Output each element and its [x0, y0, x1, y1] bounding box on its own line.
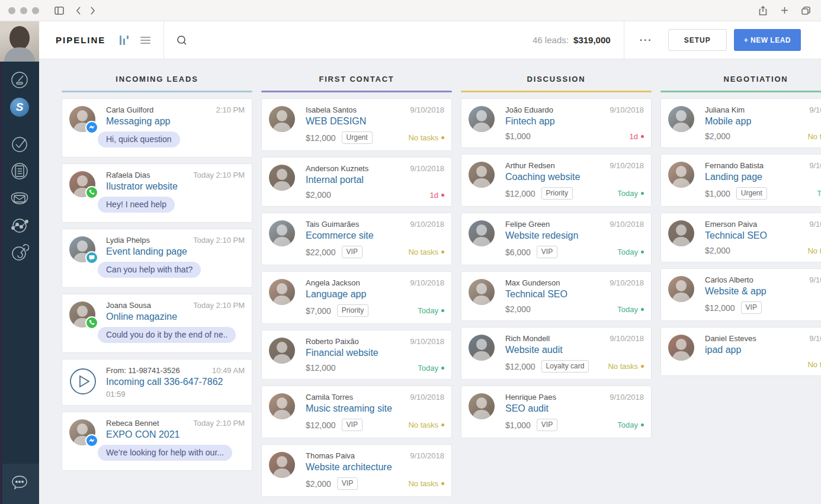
task-status-dot [441, 136, 444, 139]
lead-title[interactable]: Website redesign [505, 230, 644, 241]
lead-card[interactable]: Juliana Kim 9/10/2018 Mobile app $2,000 … [660, 98, 821, 148]
lead-title[interactable]: Website & app [705, 286, 821, 297]
new-lead-button[interactable]: + NEW LEAD [734, 29, 801, 51]
lead-title[interactable]: Technical SEO [505, 289, 644, 300]
lead-tag: Priority [541, 187, 573, 200]
user-avatar[interactable] [0, 21, 39, 62]
list-view-icon[interactable] [140, 37, 150, 44]
lead-title[interactable]: Ilustrator website [106, 181, 245, 192]
lead-title[interactable]: Internal portal [306, 175, 444, 185]
lists-icon[interactable] [0, 158, 39, 185]
lead-title[interactable]: Coaching website [505, 172, 644, 182]
leads-total: $319,000 [573, 35, 611, 45]
lead-title[interactable]: Landing page [705, 172, 821, 182]
search-icon[interactable] [176, 34, 188, 46]
lead-date: 9/10/2018 [410, 337, 444, 346]
incoming-lead-card[interactable]: Joana Sousa Today 2:10 PM Online magazin… [62, 294, 252, 353]
task-status-label: Today [617, 420, 638, 429]
lead-card[interactable]: Tais Guimarães 9/10/2018 Ecommerce site … [261, 213, 452, 265]
lead-title[interactable]: Mobile app [705, 116, 821, 127]
lead-card[interactable]: Camila Torres 9/10/2018 Music streaming … [261, 386, 452, 438]
setup-button[interactable]: SETUP [668, 29, 727, 51]
kanban-view-icon[interactable] [120, 36, 129, 45]
call-duration: 01:59 [106, 390, 245, 399]
lead-contact-name: Juliana Kim [705, 105, 745, 114]
lead-title[interactable]: WEB DESIGN [306, 116, 444, 127]
zoom-window-icon[interactable] [32, 7, 39, 14]
avatar [269, 106, 295, 132]
lead-title[interactable]: Language app [306, 289, 444, 300]
column-cards: Juliana Kim 9/10/2018 Mobile app $2,000 … [660, 98, 821, 376]
task-status-label: 1d [430, 191, 438, 200]
lead-card[interactable]: Rich Mondell 9/10/2018 Website audit $12… [461, 327, 652, 380]
lead-card[interactable]: Fernando Batista 9/10/2018 Landing page … [660, 154, 821, 207]
task-status: No tasks [408, 248, 444, 256]
back-icon[interactable] [71, 4, 85, 18]
task-status-label: No tasks [608, 362, 638, 371]
lead-date: 9/10/2018 [610, 161, 644, 170]
lead-card[interactable]: Angela Jackson 9/10/2018 Language app $7… [261, 271, 452, 324]
chat-icon[interactable] [9, 474, 30, 494]
lead-card[interactable]: Emerson Paiva 9/10/2018 Technical SEO $2… [660, 213, 821, 262]
lead-title[interactable]: Financial website [306, 348, 444, 358]
pipeline-icon[interactable]: S [0, 94, 39, 121]
minimize-window-icon[interactable] [20, 7, 27, 14]
lead-card[interactable]: Isabela Santos 9/10/2018 WEB DESIGN $12,… [261, 98, 452, 151]
tabs-icon[interactable] [798, 4, 813, 18]
settings-icon[interactable] [0, 239, 39, 267]
lead-card[interactable]: Carlos Alberto 9/10/2018 Website & app $… [660, 268, 821, 321]
lead-card[interactable]: João Eduardo 9/10/2018 Fintech app $1,00… [461, 98, 652, 148]
lead-card[interactable]: Henrique Paes 9/10/2018 SEO audit $1,000… [461, 386, 652, 438]
lead-title[interactable]: Technical SEO [705, 230, 821, 241]
close-window-icon[interactable] [8, 7, 15, 14]
forward-icon[interactable] [85, 4, 100, 18]
lead-title[interactable]: ipad app [705, 345, 821, 355]
lead-card[interactable]: Daniel Esteves 9/10/2018 ipad app No tas… [660, 327, 821, 376]
stats-icon[interactable] [0, 212, 39, 239]
task-status-label: No tasks [807, 360, 821, 369]
lead-title[interactable]: Website architecture [306, 462, 444, 473]
lead-title[interactable]: SEO audit [505, 403, 644, 414]
avatar [469, 220, 495, 246]
call-title[interactable]: Incoming call 336-647-7862 [106, 377, 245, 387]
lead-card[interactable]: Arthur Redsen 9/10/2018 Coaching website… [461, 154, 652, 207]
lead-date: 9/10/2018 [809, 334, 821, 343]
lead-card[interactable]: Max Gunderson 9/10/2018 Technical SEO $2… [461, 271, 652, 321]
lead-card[interactable]: Anderson Kuznets 9/10/2018 Internal port… [261, 157, 452, 207]
lead-title[interactable]: Messaging app [106, 116, 245, 127]
lead-date: 9/10/2018 [809, 105, 821, 114]
incoming-lead-card[interactable]: Rafaela Dias Today 2:10 PM Ilustrator we… [62, 163, 252, 223]
new-tab-icon[interactable] [777, 4, 791, 18]
sidebar-toggle-icon[interactable] [52, 4, 66, 18]
incoming-lead-card[interactable]: Lydia Phelps Today 2:10 PM Event landing… [62, 229, 252, 288]
lead-title[interactable]: EXPO CON 2021 [106, 429, 245, 440]
task-status-dot [641, 135, 644, 138]
dashboard-icon[interactable] [0, 66, 39, 94]
lead-title[interactable]: Website audit [505, 345, 644, 355]
lead-date: 9/10/2018 [809, 220, 821, 229]
share-icon[interactable] [756, 4, 770, 18]
incoming-call-card[interactable]: From: 11-98741-3526 10:49 AM Incoming ca… [62, 359, 252, 406]
lead-price: $1,000 [505, 420, 531, 430]
mail-icon[interactable] [0, 185, 39, 212]
task-status-label: Today [418, 364, 438, 373]
lead-title[interactable]: Event landing page [106, 246, 245, 257]
incoming-lead-card[interactable]: Carla Guilford 2:10 PM Messaging app Hi,… [62, 98, 252, 158]
more-icon[interactable]: ··· [640, 37, 653, 43]
lead-price: $22,000 [306, 248, 336, 257]
lead-time: Today 2:10 PM [193, 236, 245, 245]
lead-card[interactable]: Felipe Green 9/10/2018 Website redesign … [461, 213, 652, 265]
lead-card[interactable]: Roberto Paixão 9/10/2018 Financial websi… [261, 330, 452, 380]
task-status-label: No tasks [408, 420, 438, 429]
lead-title[interactable]: Ecommerce site [306, 230, 444, 241]
lead-contact-name: Arthur Redsen [505, 161, 555, 170]
task-status: No tasks [807, 246, 821, 255]
play-icon[interactable] [69, 368, 97, 397]
avatar [269, 165, 295, 191]
lead-title[interactable]: Online magazine [106, 312, 245, 322]
lead-title[interactable]: Music streaming site [306, 403, 444, 414]
lead-title[interactable]: Fintech app [505, 116, 644, 127]
incoming-lead-card[interactable]: Rebeca Bennet Today 2:10 PM EXPO CON 202… [62, 412, 252, 471]
lead-card[interactable]: Thomas Paiva 9/10/2018 Website architect… [261, 444, 452, 497]
tasks-icon[interactable] [0, 130, 39, 158]
